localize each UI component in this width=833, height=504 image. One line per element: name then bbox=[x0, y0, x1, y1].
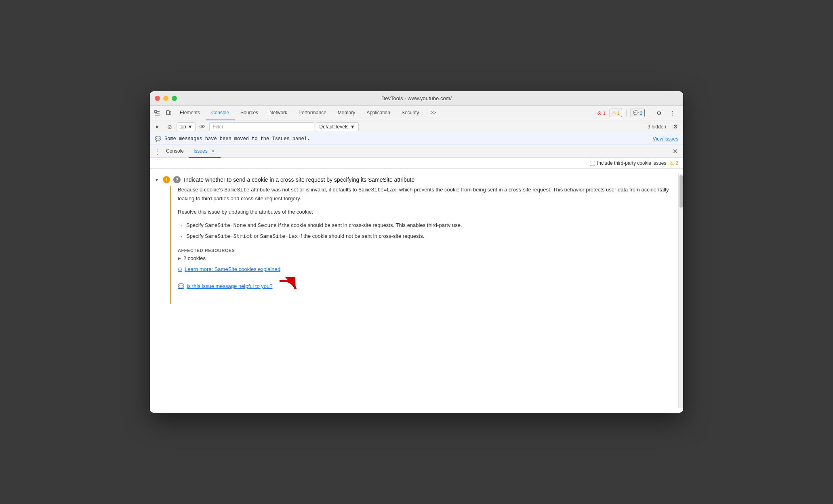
issues-scroll-area[interactable]: ▼ ! 2 Indicate whether to send a cookie … bbox=[150, 174, 678, 408]
feedback-icon: 💬 bbox=[178, 283, 184, 289]
arrow-icon-2: → bbox=[178, 232, 183, 241]
affected-cookies-toggle[interactable]: ▶ 2 cookies bbox=[178, 255, 673, 261]
issue-count-badge-num: 2 bbox=[173, 176, 181, 183]
sub-tab-console[interactable]: Console bbox=[161, 145, 189, 158]
filter-input[interactable] bbox=[209, 122, 314, 131]
tab-network[interactable]: Network bbox=[264, 106, 293, 120]
learn-more-link[interactable]: ⊙ Learn more: SameSite cookies explained bbox=[178, 266, 673, 272]
tab-performance[interactable]: Performance bbox=[293, 106, 332, 120]
close-icon: ✕ bbox=[211, 148, 215, 154]
execute-icon: ▶ bbox=[156, 124, 159, 129]
minimize-button[interactable] bbox=[163, 96, 168, 101]
third-party-checkbox[interactable] bbox=[590, 161, 595, 166]
scrollbar[interactable] bbox=[678, 174, 683, 408]
issue-warning-icon: ! bbox=[163, 176, 170, 183]
nav-right-controls: ⊗ 1 ⚠ 1 💬 2 ⚙ ⋮ bbox=[595, 107, 682, 119]
svg-rect-6 bbox=[170, 111, 171, 115]
issue-bullet-2: → Specify SameSite=Strict or SameSite=La… bbox=[178, 232, 673, 241]
settings-button[interactable]: ⚙ bbox=[653, 107, 665, 119]
window-title: DevTools - www.youtube.com/ bbox=[381, 95, 452, 101]
chat-icon: 💬 bbox=[155, 136, 161, 142]
close-issues-tab-button[interactable]: ✕ bbox=[210, 148, 216, 154]
levels-dropdown[interactable]: Default levels ▼ bbox=[316, 122, 359, 131]
close-panel-button[interactable]: ✕ bbox=[670, 147, 680, 156]
top-nav: Elements Console Sources Network Perform… bbox=[150, 106, 683, 120]
external-link-icon: ⊙ bbox=[178, 266, 182, 272]
clear-console-button[interactable]: ⊘ bbox=[164, 122, 175, 132]
tab-console[interactable]: Console bbox=[206, 106, 235, 120]
message-count-button[interactable]: 💬 2 bbox=[631, 109, 645, 117]
sub-tab-issues[interactable]: Issues ✕ bbox=[189, 145, 221, 158]
affected-section: AFFECTED RESOURCES ▶ 2 cookies bbox=[178, 248, 673, 261]
issue-count-badge: ⚠ 2 bbox=[669, 160, 678, 166]
device-toolbar-button[interactable] bbox=[163, 107, 174, 119]
title-bar: DevTools - www.youtube.com/ bbox=[150, 91, 683, 106]
close-x-icon: ✕ bbox=[673, 147, 678, 155]
issues-options-bar: Include third-party cookie issues ⚠ 2 bbox=[150, 158, 683, 169]
message-chat-icon: 💬 bbox=[633, 110, 639, 116]
eye-button[interactable]: 👁 bbox=[197, 122, 208, 132]
tab-sources[interactable]: Sources bbox=[235, 106, 264, 120]
issue-bullet-list: → Specify SameSite=None and Secure if th… bbox=[178, 221, 673, 241]
helpful-link[interactable]: 💬 Is this issue message helpful to you? bbox=[178, 283, 272, 289]
view-issues-link[interactable]: View issues bbox=[653, 136, 678, 142]
error-x-icon: ⊗ bbox=[597, 110, 602, 116]
sub-tabs-bar: ⋮ Console Issues ✕ ✕ bbox=[150, 145, 683, 158]
console-toolbar: ▶ ⊘ top ▼ 👁 Default levels ▼ 9 hidden ⚙ bbox=[150, 120, 683, 133]
tab-memory[interactable]: Memory bbox=[332, 106, 361, 120]
issue-item: ▼ ! 2 Indicate whether to send a cookie … bbox=[150, 174, 678, 304]
nav-divider-2 bbox=[649, 109, 649, 117]
devtools-window: DevTools - www.youtube.com/ bbox=[150, 91, 683, 413]
context-selector[interactable]: top ▼ bbox=[177, 122, 196, 131]
devtools-panel: Elements Console Sources Network Perform… bbox=[150, 106, 683, 413]
eye-icon: 👁 bbox=[200, 124, 205, 130]
tab-application[interactable]: Application bbox=[361, 106, 396, 120]
execute-button[interactable]: ▶ bbox=[152, 122, 163, 132]
issue-body: Because a cookie's SameSite attribute wa… bbox=[170, 186, 673, 304]
three-dots-icon: ⋮ bbox=[670, 110, 675, 116]
svg-rect-5 bbox=[168, 114, 168, 115]
nav-divider bbox=[626, 109, 627, 117]
close-button[interactable] bbox=[155, 96, 160, 101]
svg-rect-4 bbox=[166, 111, 169, 115]
maximize-button[interactable] bbox=[172, 96, 177, 101]
tab-security[interactable]: Security bbox=[396, 106, 425, 120]
issue-title: Indicate whether to send a cookie in a c… bbox=[184, 176, 414, 183]
dropdown-arrow-icon: ▼ bbox=[188, 124, 193, 130]
issue-resolve-text: Resolve this issue by updating the attri… bbox=[178, 208, 673, 216]
clear-icon: ⊘ bbox=[167, 124, 172, 130]
issue-chevron-icon: ▼ bbox=[155, 178, 160, 182]
tab-elements[interactable]: Elements bbox=[174, 106, 206, 120]
svg-rect-0 bbox=[155, 111, 157, 113]
tab-more[interactable]: >> bbox=[425, 106, 442, 120]
warning-badge-icon: ⚠ bbox=[669, 160, 674, 166]
levels-dropdown-arrow-icon: ▼ bbox=[350, 124, 355, 130]
info-banner: 💬 Some messages have been moved to the I… bbox=[150, 133, 683, 145]
issues-content: ▼ ! 2 Indicate whether to send a cookie … bbox=[150, 169, 683, 413]
links-section: ⊙ Learn more: SameSite cookies explained… bbox=[178, 266, 673, 297]
gear-icon: ⚙ bbox=[656, 110, 662, 116]
hidden-count: 9 hidden bbox=[648, 124, 666, 130]
three-dots-small-icon: ⋮ bbox=[154, 147, 161, 156]
warning-count-button[interactable]: ⚠ 1 bbox=[610, 109, 622, 117]
warning-triangle-icon: ⚠ bbox=[612, 110, 616, 116]
issue-description: Because a cookie's SameSite attribute wa… bbox=[178, 186, 673, 203]
settings-icon-button[interactable]: ⚙ bbox=[670, 122, 681, 132]
sub-tab-menu-button[interactable]: ⋮ bbox=[153, 147, 161, 155]
inspect-element-button[interactable] bbox=[151, 107, 163, 119]
settings-icon: ⚙ bbox=[673, 124, 678, 130]
scroll-thumb[interactable] bbox=[679, 175, 683, 208]
window-controls bbox=[155, 96, 177, 101]
error-count-button[interactable]: ⊗ 1 bbox=[595, 109, 607, 117]
third-party-checkbox-label[interactable]: Include third-party cookie issues bbox=[590, 160, 666, 166]
cookies-chevron-icon: ▶ bbox=[178, 256, 181, 260]
red-arrow-annotation bbox=[276, 277, 300, 297]
affected-label: AFFECTED RESOURCES bbox=[178, 248, 673, 253]
more-options-button[interactable]: ⋮ bbox=[667, 107, 678, 119]
issue-header[interactable]: ▼ ! 2 Indicate whether to send a cookie … bbox=[155, 174, 673, 186]
issue-bullet-1: → Specify SameSite=None and Secure if th… bbox=[178, 221, 673, 230]
arrow-icon-1: → bbox=[178, 221, 183, 230]
